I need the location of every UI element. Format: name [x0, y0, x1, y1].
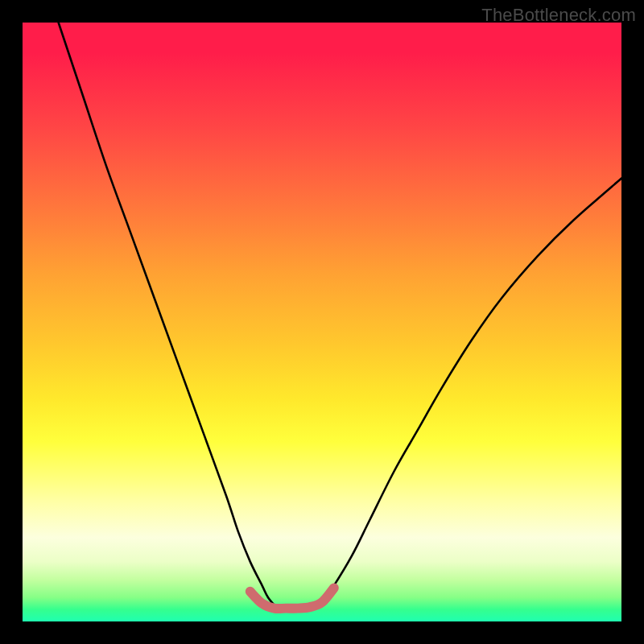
- left-curve-path: [59, 23, 278, 609]
- right-curve-path: [322, 178, 621, 602]
- bottom-floor-path: [250, 588, 334, 609]
- chart-svg: [23, 23, 621, 621]
- watermark-text: TheBottleneck.com: [481, 5, 636, 26]
- plot-area: [23, 23, 621, 621]
- outer-frame: TheBottleneck.com: [0, 0, 644, 644]
